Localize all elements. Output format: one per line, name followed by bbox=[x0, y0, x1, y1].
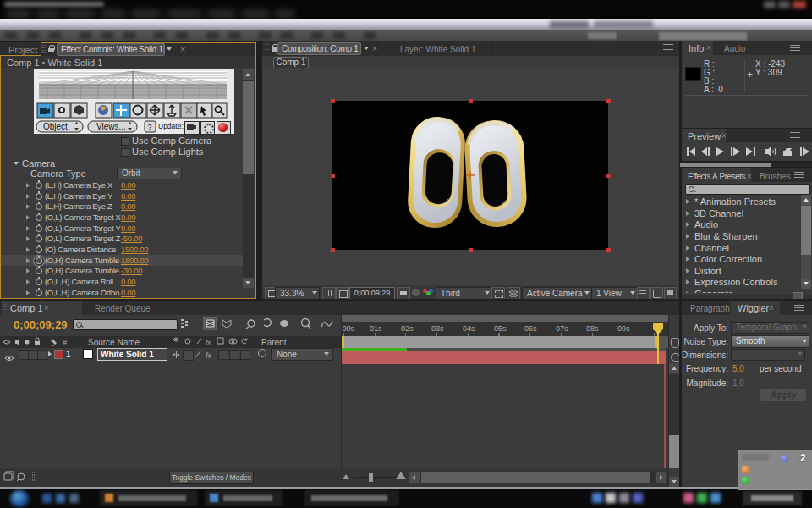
svg-text:Update:: Update: bbox=[158, 122, 184, 130]
svg-text:fx: fx bbox=[206, 339, 211, 346]
svg-text:?: ? bbox=[148, 123, 152, 131]
svg-text:fx: fx bbox=[206, 351, 212, 360]
svg-text:Views...: Views... bbox=[96, 122, 126, 131]
svg-text:Object: Object bbox=[43, 122, 68, 131]
svg-text:#: # bbox=[63, 339, 67, 347]
